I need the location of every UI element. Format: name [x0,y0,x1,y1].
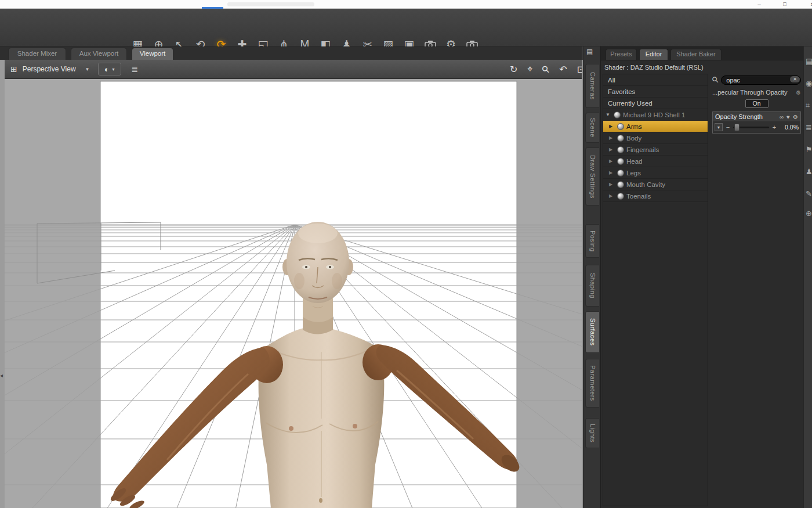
side-tab-scene[interactable]: Scene [585,113,599,143]
drawstyle-chevron-icon: ▼ [111,67,115,71]
property-gear-icon[interactable]: ⚙ [796,89,801,96]
surface-item-head[interactable]: ▶ Head [603,156,708,167]
expand-icon[interactable]: ▶ [609,193,615,199]
on-toggle-button[interactable]: On [745,99,768,108]
slider-plus-button[interactable]: + [772,124,777,131]
tab-shader-mixer[interactable]: Shader Mixer [8,48,66,60]
surface-sphere-icon [617,181,624,188]
surface-label: Mouth Cavity [626,181,665,188]
filter-favorites[interactable]: Favorites [603,86,708,98]
surface-label: Head [626,158,643,165]
close-button[interactable]: ✕ [804,0,812,9]
tab-editor[interactable]: Editor [639,49,668,60]
frame-view-icon[interactable]: ⊡ [577,64,582,75]
opacity-strength-title: Opacity Strength [715,113,777,120]
collapse-arrow-icon[interactable]: ◂ [0,372,3,379]
flag-icon[interactable]: ⚑ [806,145,812,154]
edit-icon[interactable]: ✎ [806,189,812,198]
orbit-icon[interactable]: ↻ [510,64,517,75]
surface-sphere-icon [617,123,624,130]
opacity-slider-track[interactable] [733,127,769,128]
side-tab-cameras[interactable]: Cameras [585,64,599,108]
side-tab-lights[interactable]: Lights [585,418,599,448]
search-icon[interactable]: ⚲ [710,74,721,85]
surface-label: Fingernails [626,146,659,153]
surface-label: Arms [626,123,642,130]
surface-item-mouth-cavity[interactable]: ▶ Mouth Cavity [603,179,708,190]
drawstyle-sphere-icon: ◐ [104,65,109,74]
scene-render [5,79,582,508]
sphere-icon[interactable]: ⊕ [806,209,812,218]
opacity-slider-handle[interactable] [734,124,740,131]
expand-icon[interactable]: ▶ [609,158,615,164]
property-search-input[interactable] [721,75,801,85]
surface-item-legs[interactable]: ▶ Legs [603,167,708,179]
surface-label: Legs [626,170,641,176]
tab-viewport[interactable]: Viewport [132,48,173,60]
expand-icon[interactable]: ▶ [609,147,615,152]
scene-hierarchy-icon[interactable]: ≣ [131,64,138,74]
surface-item-arms[interactable]: ▶ Arms [603,121,708,132]
link-icon[interactable]: ∞ [780,114,784,120]
side-tab-posing[interactable]: Posing [585,224,599,258]
drawstyle-button[interactable]: ◐ ▼ [98,63,121,75]
surface-label: Toenails [626,193,651,200]
shader-label: Shader : DAZ Studio Default (RSL) [604,64,704,71]
favorite-icon[interactable]: ♥ [786,114,790,120]
on-toggle-row: On [712,98,801,109]
timeline-icon[interactable]: ⌗ [806,101,810,110]
side-tab-draw-settings[interactable]: Draw Settings [585,147,599,206]
view-selector-chevron-icon[interactable]: ▼ [85,67,90,72]
filter-all[interactable]: All [603,74,708,86]
pan-icon[interactable]: ⌖ [527,64,532,74]
scene-list-icon[interactable]: ≣ [806,123,812,132]
minimize-button[interactable]: – [751,0,768,9]
expand-icon[interactable]: ▶ [609,124,615,129]
side-tab-surfaces[interactable]: Surfaces [585,311,599,353]
slider-dropdown-icon[interactable]: ▼ [715,123,723,131]
daz-studio-window: – □ ✕ ▦ ⊕ ↖ ⟲ ⟳ ✚ ◱ ⋔ M ◧ ♟ ✂ ▨ ▣ ⚙ [0,0,812,508]
clear-search-icon[interactable]: ✕ [790,76,800,82]
zoom-icon[interactable]: ⚲ [539,63,552,75]
side-tab-shaping[interactable]: Shaping [585,265,599,307]
node-sphere-icon [614,111,621,118]
slider-minus-button[interactable]: − [726,124,730,131]
expand-icon[interactable]: ▶ [609,182,615,187]
viewport-toolbar: ⊞ Perspective View ▼ ◐ ▼ ≣ ↻ ⌖ ⚲ ↶ ⊡ [5,60,582,79]
properties-column: ⚲ ✕ ...pecular Through Opacity ⚙ On Opac… [712,74,801,134]
viewport-3d-canvas[interactable] [5,79,582,508]
maximize-button[interactable]: □ [776,0,793,9]
surface-item-toenails[interactable]: ▶ Toenails [603,190,708,202]
opacity-strength-header: Opacity Strength ∞ ♥ ⚙ [713,112,800,121]
tree-root-michael9[interactable]: ▼ Michael 9 HD Shell 1 [603,109,708,121]
gear-icon[interactable]: ⚙ [793,114,798,120]
property-search-row: ⚲ ✕ [712,74,801,85]
content-pane-icon[interactable]: ▤ [806,57,812,66]
expand-icon[interactable]: ▶ [609,170,615,175]
surfaces-panel-tabs: Presets Editor Shader Baker [601,46,803,60]
search-field-wrap: ✕ [721,74,801,85]
filtered-property-label: ...pecular Through Opacity [712,89,796,96]
reset-view-icon[interactable]: ↶ [559,64,567,75]
figure-icon[interactable]: ♟ [806,167,812,176]
view-selector-label[interactable]: Perspective View [23,65,76,73]
surface-sphere-icon [617,135,624,142]
surface-sphere-icon [617,170,624,176]
render-target-icon[interactable]: ◉ [806,79,812,88]
surface-item-body[interactable]: ▶ Body [603,132,708,144]
viewport-nav-icons: ↻ ⌖ ⚲ ↶ ⊡ [510,64,579,75]
tab-shader-baker[interactable]: Shader Baker [670,49,722,60]
tab-presets[interactable]: Presets [606,49,637,60]
titlebar-text-placeholder [227,2,314,6]
dock-panel-icon[interactable]: ▤ [586,48,593,56]
filter-currently-used-label: Currently Used [608,100,652,107]
side-tab-parameters[interactable]: Parameters [585,359,599,408]
surface-sphere-icon [617,193,624,200]
pane-tabs-row: Shader Mixer Aux Viewport Viewport [0,46,582,60]
filter-currently-used[interactable]: Currently Used [603,98,708,109]
collapse-tree-icon[interactable]: ▼ [606,112,611,117]
viewport-layout-icon[interactable]: ⊞ [10,64,17,74]
surface-item-fingernails[interactable]: ▶ Fingernails [603,144,708,156]
tab-aux-viewport[interactable]: Aux Viewport [71,48,127,60]
expand-icon[interactable]: ▶ [609,135,615,140]
